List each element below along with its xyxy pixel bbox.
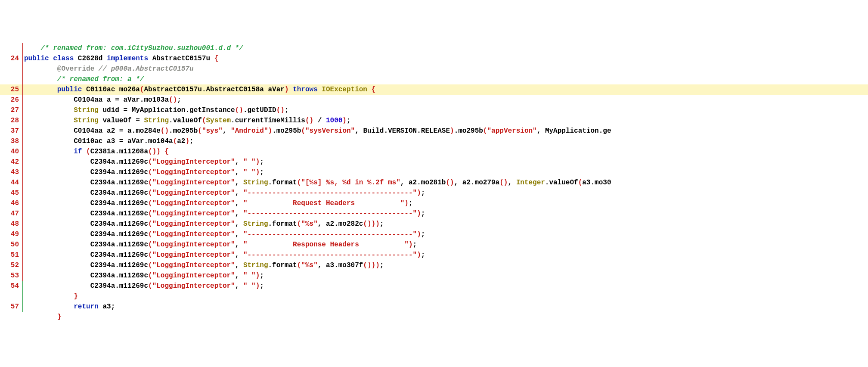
code-content: C2394a.m11269c("LoggingInterceptor", "--…	[24, 208, 868, 219]
code-line: 54 C2394a.m11269c("LoggingInterceptor", …	[0, 281, 868, 291]
change-marker	[22, 208, 23, 219]
code-line: 24public class C2628d implements Abstrac…	[0, 53, 868, 64]
code-line: 42 C2394a.m11269c("LoggingInterceptor", …	[0, 157, 868, 167]
code-line: 40 if (C2381a.m11208a()) {	[0, 146, 868, 157]
change-marker	[22, 312, 23, 322]
line-number: 25	[0, 84, 22, 95]
change-marker	[22, 302, 23, 312]
change-marker	[22, 167, 23, 177]
change-marker	[22, 271, 23, 281]
line-number: 28	[0, 115, 22, 126]
code-line: 45 C2394a.m11269c("LoggingInterceptor", …	[0, 188, 868, 198]
code-line: /* renamed from: a */	[0, 74, 868, 84]
line-number: 48	[0, 219, 22, 229]
code-content: C0104aa a2 = a.mo284e().mo295b("sys", "A…	[24, 126, 868, 136]
code-line: 47 C2394a.m11269c("LoggingInterceptor", …	[0, 208, 868, 219]
line-number: 49	[0, 229, 22, 239]
code-content: C0104aa a = aVar.mo103a();	[24, 95, 868, 105]
code-line: 37 C0104aa a2 = a.mo284e().mo295b("sys",…	[0, 126, 868, 136]
code-content: C2394a.m11269c("LoggingInterceptor", " R…	[24, 239, 868, 250]
code-content: public C0110ac mo26a(AbstractC0157u.Abst…	[24, 84, 868, 95]
change-marker	[22, 64, 23, 74]
change-marker	[22, 250, 23, 260]
code-content: String valueOf = String.valueOf(System.c…	[24, 115, 868, 126]
change-marker	[22, 53, 23, 64]
line-number: 46	[0, 198, 22, 208]
code-line: 43 C2394a.m11269c("LoggingInterceptor", …	[0, 167, 868, 177]
line-number: 45	[0, 188, 22, 198]
change-marker	[22, 95, 23, 105]
line-number: 26	[0, 95, 22, 105]
code-content: C0110ac a3 = aVar.mo104a(a2);	[24, 136, 868, 146]
code-line: 52 C2394a.m11269c("LoggingInterceptor", …	[0, 260, 868, 271]
line-number: 53	[0, 271, 22, 281]
code-content: if (C2381a.m11208a()) {	[24, 146, 868, 157]
code-content: public class C2628d implements AbstractC…	[24, 53, 868, 64]
code-line: 38 C0110ac a3 = aVar.mo104a(a2);	[0, 136, 868, 146]
change-marker	[22, 219, 23, 229]
change-marker	[22, 188, 23, 198]
code-content: C2394a.m11269c("LoggingInterceptor", "--…	[24, 188, 868, 198]
code-line: /* renamed from: com.iCitySuzhou.suzhou0…	[0, 43, 868, 53]
code-line: 27 String udid = MyApplication.getInstan…	[0, 105, 868, 115]
code-line: 44 C2394a.m11269c("LoggingInterceptor", …	[0, 177, 868, 188]
code-content: C2394a.m11269c("LoggingInterceptor", " "…	[24, 271, 868, 281]
code-content: C2394a.m11269c("LoggingInterceptor", Str…	[24, 260, 868, 271]
change-marker	[22, 291, 23, 302]
change-marker	[22, 84, 23, 95]
code-content: C2394a.m11269c("LoggingInterceptor", " "…	[24, 157, 868, 167]
change-marker	[22, 198, 23, 208]
code-line: 46 C2394a.m11269c("LoggingInterceptor", …	[0, 198, 868, 208]
line-number: 42	[0, 157, 22, 167]
code-content: }	[24, 312, 868, 322]
line-number: 44	[0, 177, 22, 188]
line-number: 38	[0, 136, 22, 146]
code-content: C2394a.m11269c("LoggingInterceptor", " "…	[24, 167, 868, 177]
change-marker	[22, 281, 23, 291]
code-line: @Override // p000a.AbstractC0157u	[0, 64, 868, 74]
change-marker	[22, 239, 23, 250]
code-line: 50 C2394a.m11269c("LoggingInterceptor", …	[0, 239, 868, 250]
line-number: 57	[0, 302, 22, 312]
line-number: 43	[0, 167, 22, 177]
change-marker	[22, 126, 23, 136]
code-content: String udid = MyApplication.getInstance(…	[24, 105, 868, 115]
code-line: 48 C2394a.m11269c("LoggingInterceptor", …	[0, 219, 868, 229]
change-marker	[22, 157, 23, 167]
change-marker	[22, 136, 23, 146]
change-marker	[22, 115, 23, 126]
code-content: /* renamed from: a */	[24, 74, 868, 84]
line-number: 40	[0, 146, 22, 157]
code-line: 49 C2394a.m11269c("LoggingInterceptor", …	[0, 229, 868, 239]
change-marker	[22, 260, 23, 271]
line-number: 50	[0, 239, 22, 250]
change-marker	[22, 229, 23, 239]
line-number: 24	[0, 53, 22, 64]
line-number: 47	[0, 208, 22, 219]
code-content: }	[24, 291, 868, 302]
code-content: return a3;	[24, 302, 868, 312]
change-marker	[22, 146, 23, 157]
change-marker	[22, 74, 23, 84]
change-marker	[22, 43, 23, 53]
code-content: C2394a.m11269c("LoggingInterceptor", " "…	[24, 281, 868, 291]
line-number: 27	[0, 105, 22, 115]
code-line: }	[0, 291, 868, 302]
code-line: 57 return a3;	[0, 302, 868, 312]
code-line: 28 String valueOf = String.valueOf(Syste…	[0, 115, 868, 126]
code-content: C2394a.m11269c("LoggingInterceptor", "--…	[24, 229, 868, 239]
change-marker	[22, 177, 23, 188]
code-content: /* renamed from: com.iCitySuzhou.suzhou0…	[24, 43, 868, 53]
code-viewer: /* renamed from: com.iCitySuzhou.suzhou0…	[0, 41, 868, 324]
code-line: 51 C2394a.m11269c("LoggingInterceptor", …	[0, 250, 868, 260]
code-content: C2394a.m11269c("LoggingInterceptor", Str…	[24, 177, 868, 188]
code-line: 26 C0104aa a = aVar.mo103a();	[0, 95, 868, 105]
code-line: 53 C2394a.m11269c("LoggingInterceptor", …	[0, 271, 868, 281]
code-content: C2394a.m11269c("LoggingInterceptor", "--…	[24, 250, 868, 260]
code-line: }	[0, 312, 868, 322]
change-marker	[22, 105, 23, 115]
code-content: @Override // p000a.AbstractC0157u	[24, 64, 868, 74]
code-line: 25 public C0110ac mo26a(AbstractC0157u.A…	[0, 84, 868, 95]
line-number: 51	[0, 250, 22, 260]
line-number: 54	[0, 281, 22, 291]
